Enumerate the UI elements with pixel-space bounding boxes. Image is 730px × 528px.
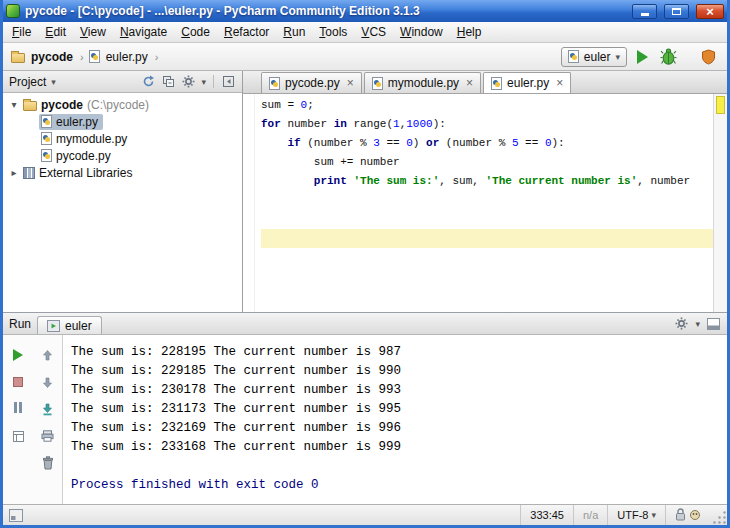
toolwindow-switcher-icon[interactable] bbox=[8, 508, 23, 523]
stop-icon bbox=[13, 377, 23, 387]
run-panel-title[interactable]: Run bbox=[9, 317, 31, 331]
editor-tab-pycode.py[interactable]: pycode.py× bbox=[261, 72, 362, 93]
rerun-button[interactable] bbox=[10, 347, 26, 363]
console-line: The sum is: 232169 The current number is… bbox=[71, 419, 727, 438]
python-file-icon bbox=[491, 77, 502, 90]
settings-gear-icon[interactable] bbox=[674, 316, 689, 331]
run-tab-euler[interactable]: euler bbox=[37, 316, 102, 334]
arrow-down-icon bbox=[41, 376, 54, 389]
coverage-button[interactable] bbox=[697, 46, 719, 68]
hector-inspector-icon[interactable] bbox=[689, 508, 701, 523]
editor-tab-euler.py[interactable]: euler.py× bbox=[483, 72, 571, 93]
warning-marker[interactable] bbox=[716, 96, 725, 114]
maximize-button[interactable] bbox=[664, 4, 689, 19]
run-icon bbox=[637, 50, 648, 64]
menu-file[interactable]: File bbox=[5, 23, 38, 42]
rerun-icon bbox=[13, 349, 23, 361]
chevron-expanded-icon[interactable]: ▾ bbox=[9, 99, 19, 110]
code-line: sum = 0; bbox=[261, 96, 713, 115]
tab-label: euler.py bbox=[507, 76, 549, 90]
window-title: pycode - [C:\pycode] - ...\euler.py - Py… bbox=[25, 4, 625, 18]
tree-item-pycode.py[interactable]: pycode.py bbox=[3, 147, 242, 164]
project-tree[interactable]: ▾ pycode (C:\pycode) euler.pymymodule.py… bbox=[3, 93, 242, 312]
minimize-icon bbox=[641, 13, 649, 16]
hide-panel-icon[interactable] bbox=[221, 74, 236, 89]
restore-layout-icon bbox=[12, 430, 25, 443]
settings-gear-icon[interactable] bbox=[181, 74, 196, 89]
editor-tab-mymodule.py[interactable]: mymodule.py× bbox=[364, 72, 481, 93]
close-tab-icon[interactable]: × bbox=[556, 77, 563, 89]
sync-icon[interactable] bbox=[141, 74, 156, 89]
pause-output-button[interactable] bbox=[10, 401, 26, 417]
python-file-icon bbox=[41, 115, 52, 128]
caret-position-widget[interactable]: 333:45 bbox=[520, 505, 573, 525]
status-bar: 333:45 n/a UTF-8 ▾ bbox=[3, 504, 727, 525]
console-line: The sum is: 233168 The current number is… bbox=[71, 438, 727, 457]
menu-refactor[interactable]: Refactor bbox=[217, 23, 276, 42]
restore-layout-button[interactable] bbox=[10, 428, 26, 444]
tree-item-euler.py[interactable]: euler.py bbox=[3, 113, 242, 130]
menu-navigate[interactable]: Navigate bbox=[113, 23, 174, 42]
resize-grip[interactable] bbox=[710, 505, 727, 525]
debug-button[interactable] bbox=[657, 46, 679, 68]
close-tab-icon[interactable]: × bbox=[347, 77, 354, 89]
print-button[interactable] bbox=[40, 428, 56, 444]
close-button[interactable]: × bbox=[696, 4, 724, 19]
menu-bar: FileEditViewNavigateCodeRefactorRunTools… bbox=[3, 22, 727, 43]
bug-icon bbox=[660, 48, 677, 65]
chevron-down-icon[interactable]: ▾ bbox=[695, 319, 700, 329]
file-name-label: mymodule.py bbox=[56, 132, 127, 146]
down-stack-trace-button[interactable] bbox=[40, 374, 56, 390]
vcs-widget[interactable]: n/a bbox=[573, 505, 607, 525]
python-file-icon bbox=[372, 77, 383, 90]
folder-icon bbox=[11, 53, 25, 63]
up-stack-trace-button[interactable] bbox=[40, 347, 56, 363]
run-tool-window: Run euler ▾ bbox=[3, 312, 727, 504]
chevron-down-icon[interactable]: ▾ bbox=[201, 77, 206, 87]
menu-vcs[interactable]: VCS bbox=[354, 23, 393, 42]
close-tab-icon[interactable]: × bbox=[466, 77, 473, 89]
scroll-to-end-icon bbox=[41, 403, 54, 416]
scroll-to-end-button[interactable] bbox=[40, 401, 56, 417]
console-line: The sum is: 229185 The current number is… bbox=[71, 362, 727, 381]
run-configuration-select[interactable]: euler ▾ bbox=[561, 47, 627, 67]
pause-icon bbox=[13, 402, 23, 416]
editor-column: pycode.py×mymodule.py×euler.py× sum = 0;… bbox=[243, 71, 727, 312]
python-file-icon bbox=[269, 77, 280, 90]
menu-window[interactable]: Window bbox=[393, 23, 450, 42]
menu-view[interactable]: View bbox=[73, 23, 113, 42]
menu-edit[interactable]: Edit bbox=[38, 23, 73, 42]
menu-help[interactable]: Help bbox=[450, 23, 489, 42]
chevron-collapsed-icon[interactable]: ▸ bbox=[9, 167, 19, 178]
menu-code[interactable]: Code bbox=[174, 23, 217, 42]
menu-tools[interactable]: Tools bbox=[312, 23, 354, 42]
code-area[interactable]: sum = 0;for number in range(1,1000): if … bbox=[255, 94, 713, 312]
hide-toolwindow-icon[interactable] bbox=[706, 316, 721, 331]
encoding-widget[interactable]: UTF-8 ▾ bbox=[607, 505, 665, 525]
breadcrumb-file[interactable]: euler.py bbox=[104, 49, 150, 65]
stop-button[interactable] bbox=[10, 374, 26, 390]
code-line: for number in range(1,1000): bbox=[261, 115, 713, 134]
menu-run[interactable]: Run bbox=[276, 23, 312, 42]
run-button[interactable] bbox=[631, 46, 653, 68]
breadcrumb-project[interactable]: pycode bbox=[29, 49, 75, 65]
chevron-right-icon: › bbox=[79, 51, 85, 63]
project-panel-title[interactable]: Project bbox=[9, 75, 46, 89]
chevron-down-icon: ▾ bbox=[615, 52, 620, 62]
main-area: Project ▾ ▾ ▾ bbox=[3, 71, 727, 312]
console-line: The sum is: 230178 The current number is… bbox=[71, 381, 727, 400]
title-bar[interactable]: pycode - [C:\pycode] - ...\euler.py - Py… bbox=[3, 0, 727, 22]
console-icon bbox=[47, 320, 60, 332]
tree-item-mymodule.py[interactable]: mymodule.py bbox=[3, 130, 242, 147]
chevron-down-icon[interactable]: ▾ bbox=[51, 77, 56, 87]
collapse-all-icon[interactable] bbox=[161, 74, 176, 89]
clear-console-button[interactable] bbox=[40, 455, 56, 471]
error-stripe[interactable] bbox=[713, 94, 727, 312]
editor[interactable]: sum = 0;for number in range(1,1000): if … bbox=[243, 94, 727, 312]
minimize-button[interactable] bbox=[632, 4, 657, 19]
tree-item-external-libraries[interactable]: ▸ External Libraries bbox=[3, 164, 242, 181]
console-output[interactable]: The sum is: 228195 The current number is… bbox=[63, 335, 727, 504]
lock-icon[interactable] bbox=[675, 508, 686, 523]
tree-root-pycode[interactable]: ▾ pycode (C:\pycode) bbox=[3, 96, 242, 113]
divider bbox=[213, 75, 214, 88]
